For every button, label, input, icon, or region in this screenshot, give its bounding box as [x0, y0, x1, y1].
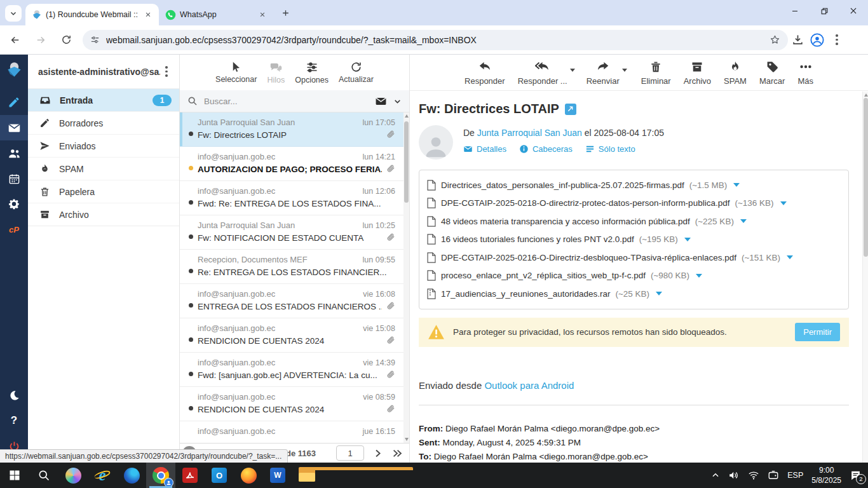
tab-search-button[interactable] — [5, 5, 22, 22]
attachment-item[interactable]: proceso_enlace_pnt_v2_réplica_sitios_web… — [427, 267, 841, 285]
tab-close-icon[interactable] — [257, 9, 268, 20]
attachment-item[interactable]: DPE-CGTAIP-2025-0218-O-directriz-protec-… — [427, 194, 841, 213]
message-row[interactable]: info@sanjuan.gob.ecvie 16:08 ENTREGA DE … — [180, 284, 409, 318]
tab-roundcube[interactable]: (1) Roundcube Webmail :: Entra — [25, 4, 159, 25]
reload-button[interactable] — [56, 30, 76, 50]
search-input[interactable] — [204, 97, 369, 106]
allow-remote-content-button[interactable]: Permitir — [795, 323, 840, 341]
help-button[interactable]: ? — [0, 408, 28, 433]
window-minimize-button[interactable] — [780, 0, 810, 22]
edge-button[interactable] — [117, 463, 146, 488]
copilot-button[interactable] — [58, 463, 88, 488]
attachment-item[interactable]: Directrices_datos_personales_inf-publica… — [427, 176, 841, 194]
chrome-button[interactable] — [146, 463, 175, 488]
tab-whatsapp[interactable]: WhatsApp — [159, 4, 273, 25]
folder-archive[interactable]: Archivo — [28, 203, 179, 226]
message-row[interactable]: info@sanjuan.gob.ecjue 16:15 — [180, 421, 409, 443]
new-tab-button[interactable] — [277, 4, 294, 21]
dark-mode-button[interactable] — [0, 383, 28, 408]
details-link[interactable]: Detalles — [463, 144, 506, 154]
more-button[interactable]: Más — [797, 60, 813, 86]
archive-button[interactable]: Archivo — [684, 60, 711, 86]
attachment-menu-caret-icon[interactable] — [780, 201, 787, 205]
plain-text-link[interactable]: Sólo texto — [585, 144, 635, 154]
folder-trash[interactable]: Papelera — [28, 180, 179, 203]
message-row[interactable]: info@sanjuan.gob.ecvie 15:08 RENDICION D… — [180, 318, 409, 353]
attachment-item[interactable]: 48 videos materia transparencia y acceso… — [427, 212, 841, 231]
mark-button[interactable]: Marcar — [759, 60, 785, 86]
browser-menu-icon[interactable] — [831, 34, 843, 45]
select-button[interactable]: Seleccionar — [215, 61, 257, 84]
firefox-button[interactable] — [234, 463, 263, 488]
threads-button[interactable]: Hilos — [267, 60, 285, 85]
acrobat-button[interactable] — [175, 463, 205, 488]
scrollbar-thumb[interactable] — [864, 98, 868, 257]
language-indicator[interactable]: ESP — [787, 471, 803, 480]
folder-sent[interactable]: Enviados — [28, 135, 179, 158]
cpanel-nav-button[interactable]: cP — [0, 217, 28, 242]
word-button[interactable]: W — [263, 463, 292, 488]
window-restore-button[interactable] — [810, 0, 839, 22]
tab-close-icon[interactable] — [142, 9, 154, 20]
scroll-up-arrow-icon[interactable] — [405, 114, 409, 118]
search-scope-envelope-icon[interactable] — [375, 95, 387, 107]
search-options-chevron-icon[interactable] — [393, 97, 402, 105]
message-row[interactable]: info@sanjuan.gob.ecvie 08:59 RENDICION D… — [180, 387, 409, 421]
attachment-item[interactable]: 16 videos tutoriales funciones y roles P… — [427, 231, 841, 249]
attachment-menu-caret-icon[interactable] — [787, 255, 793, 259]
file-explorer-button[interactable] — [292, 463, 322, 488]
open-in-new-window-icon[interactable] — [565, 104, 576, 115]
last-page-button[interactable] — [391, 449, 403, 458]
internet-explorer-button[interactable]: e — [88, 463, 117, 488]
attachment-menu-caret-icon[interactable] — [684, 238, 691, 241]
volume-icon[interactable] — [728, 470, 740, 481]
folder-inbox[interactable]: Entrada 1 — [28, 89, 179, 112]
address-bar[interactable]: webmail.sanjuan.gob.ec/cpsess3700297042/… — [83, 30, 788, 50]
taskbar-search-button[interactable] — [29, 463, 58, 488]
headers-link[interactable]: Cabeceras — [519, 144, 573, 154]
folder-drafts[interactable]: Borradores — [28, 112, 179, 135]
next-page-button[interactable] — [373, 449, 383, 458]
cast-screen-icon[interactable] — [768, 470, 779, 481]
notification-center-button[interactable]: 2 — [850, 470, 862, 482]
forward-button-mail[interactable]: Reenviar — [587, 60, 620, 86]
attachment-menu-caret-icon[interactable] — [740, 219, 747, 223]
reply-button[interactable]: Responder — [465, 60, 505, 86]
message-scrollbar[interactable] — [862, 92, 868, 463]
profile-avatar-icon[interactable] — [810, 33, 824, 47]
page-number-input[interactable]: 1 — [336, 445, 364, 461]
message-row[interactable]: Junta Parroquial San Juanlun 10:25 Fw: N… — [180, 215, 409, 250]
message-row[interactable]: info@sanjuan.gob.eclun 14:21 AUTORIZACIO… — [180, 147, 409, 181]
list-scrollbar[interactable] — [403, 112, 409, 443]
options-button[interactable]: Opciones — [295, 61, 329, 85]
reply-all-button[interactable]: Responder ... — [518, 60, 567, 86]
downloads-icon[interactable] — [792, 34, 804, 46]
settings-nav-button[interactable] — [0, 191, 28, 217]
forward-dropdown-caret-icon[interactable] — [622, 69, 627, 72]
folder-spam[interactable]: SPAM — [28, 158, 179, 180]
attachment-menu-caret-icon[interactable] — [656, 292, 662, 295]
spam-button[interactable]: SPAM — [724, 60, 747, 86]
clock[interactable]: 9:00 5/8/2025 — [811, 465, 841, 485]
refresh-button[interactable]: Actualizar — [339, 61, 374, 84]
tray-overflow-chevron-icon[interactable] — [711, 471, 720, 480]
wifi-icon[interactable] — [748, 470, 759, 481]
contacts-nav-button[interactable] — [0, 140, 28, 166]
message-row[interactable]: Recepcion, Documentos MEFlun 09:55 Re: E… — [180, 250, 409, 284]
scroll-up-arrow-icon[interactable] — [864, 93, 868, 97]
outlook-button[interactable]: O — [205, 463, 234, 488]
scrollbar-thumb[interactable] — [404, 121, 409, 203]
message-row[interactable]: Junta Parroquial San Juanlun 17:05 Fw: D… — [180, 112, 409, 147]
sender-name-link[interactable]: Junta Parroquial San Juan — [477, 128, 582, 138]
window-close-button[interactable] — [839, 0, 868, 22]
attachment-menu-caret-icon[interactable] — [733, 183, 740, 187]
message-row[interactable]: info@sanjuan.gob.ecvie 14:39 Fwd: [sanju… — [180, 353, 409, 387]
message-row[interactable]: info@sanjuan.gob.eclun 12:06 Fwd: Re: EN… — [180, 181, 409, 215]
reply-all-dropdown-caret-icon[interactable] — [570, 69, 575, 72]
compose-button[interactable] — [0, 90, 28, 115]
account-menu-icon[interactable] — [160, 66, 173, 77]
calendar-nav-button[interactable] — [0, 166, 28, 191]
delete-button[interactable]: Eliminar — [641, 60, 671, 86]
attachment-item[interactable]: 17_audiencias_y_reuniones_autoridades.ra… — [427, 285, 841, 303]
forward-button[interactable] — [31, 30, 51, 50]
